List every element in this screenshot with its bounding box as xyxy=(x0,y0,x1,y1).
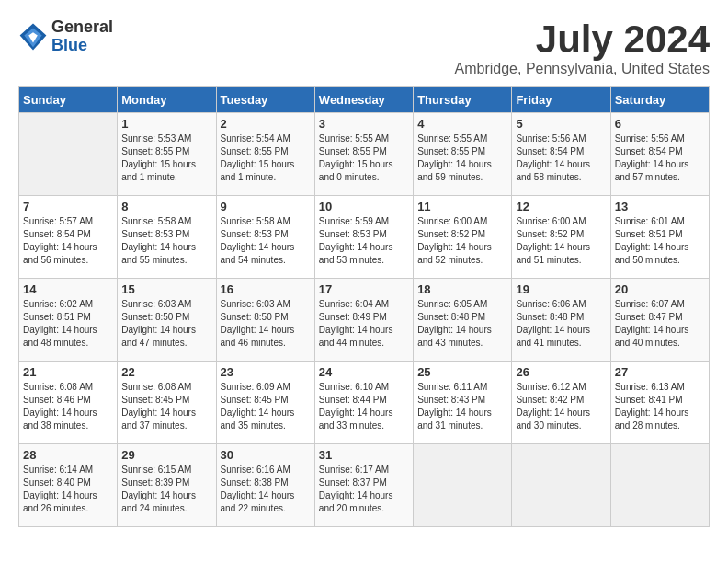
calendar-cell: 22Sunrise: 6:08 AM Sunset: 8:45 PM Dayli… xyxy=(118,362,216,444)
day-info: Sunrise: 6:17 AM Sunset: 8:37 PM Dayligh… xyxy=(319,464,409,515)
day-info: Sunrise: 5:58 AM Sunset: 8:53 PM Dayligh… xyxy=(221,215,311,267)
day-info: Sunrise: 5:57 AM Sunset: 8:54 PM Dayligh… xyxy=(23,215,113,267)
calendar-table: SundayMondayTuesdayWednesdayThursdayFrid… xyxy=(18,86,710,527)
day-number: 21 xyxy=(23,365,113,379)
day-number: 25 xyxy=(417,365,507,379)
logo-text: General Blue xyxy=(51,18,113,55)
day-number: 6 xyxy=(615,117,705,131)
day-number: 5 xyxy=(516,117,606,131)
calendar-cell: 11Sunrise: 6:00 AM Sunset: 8:52 PM Dayli… xyxy=(414,196,512,279)
page-header: General Blue July 2024 Ambridge, Pennsyl… xyxy=(18,18,710,77)
day-number: 23 xyxy=(221,365,311,379)
header-friday: Friday xyxy=(512,87,610,113)
calendar-cell: 18Sunrise: 6:05 AM Sunset: 8:48 PM Dayli… xyxy=(414,279,512,362)
day-number: 4 xyxy=(417,117,507,131)
day-info: Sunrise: 5:55 AM Sunset: 8:55 PM Dayligh… xyxy=(319,132,409,184)
calendar-week-row: 21Sunrise: 6:08 AM Sunset: 8:46 PM Dayli… xyxy=(19,362,710,444)
day-number: 2 xyxy=(221,117,311,131)
day-info: Sunrise: 6:16 AM Sunset: 8:38 PM Dayligh… xyxy=(221,464,311,515)
day-number: 13 xyxy=(615,200,705,213)
day-info: Sunrise: 6:02 AM Sunset: 8:51 PM Dayligh… xyxy=(23,298,113,350)
day-info: Sunrise: 5:55 AM Sunset: 8:55 PM Dayligh… xyxy=(417,132,507,184)
subtitle: Ambridge, Pennsylvania, United States xyxy=(455,61,710,77)
calendar-cell xyxy=(414,444,512,527)
day-info: Sunrise: 5:56 AM Sunset: 8:54 PM Dayligh… xyxy=(615,132,705,184)
day-number: 17 xyxy=(319,282,409,296)
calendar-cell: 17Sunrise: 6:04 AM Sunset: 8:49 PM Dayli… xyxy=(314,279,413,362)
header-saturday: Saturday xyxy=(610,87,709,113)
calendar-cell: 20Sunrise: 6:07 AM Sunset: 8:47 PM Dayli… xyxy=(610,279,709,362)
calendar-cell: 14Sunrise: 6:02 AM Sunset: 8:51 PM Dayli… xyxy=(19,279,118,362)
day-number: 10 xyxy=(319,200,409,213)
calendar-cell: 1Sunrise: 5:53 AM Sunset: 8:55 PM Daylig… xyxy=(118,113,216,196)
day-number: 9 xyxy=(221,200,311,213)
day-info: Sunrise: 5:59 AM Sunset: 8:53 PM Dayligh… xyxy=(319,215,409,267)
day-number: 20 xyxy=(615,282,705,296)
day-info: Sunrise: 6:04 AM Sunset: 8:49 PM Dayligh… xyxy=(319,298,409,350)
calendar-cell: 26Sunrise: 6:12 AM Sunset: 8:42 PM Dayli… xyxy=(512,362,610,444)
calendar-cell: 2Sunrise: 5:54 AM Sunset: 8:55 PM Daylig… xyxy=(216,113,314,196)
calendar-cell: 30Sunrise: 6:16 AM Sunset: 8:38 PM Dayli… xyxy=(216,444,314,527)
day-info: Sunrise: 6:15 AM Sunset: 8:39 PM Dayligh… xyxy=(121,464,211,515)
title-block: July 2024 Ambridge, Pennsylvania, United… xyxy=(455,18,710,77)
calendar-cell: 23Sunrise: 6:09 AM Sunset: 8:45 PM Dayli… xyxy=(216,362,314,444)
day-info: Sunrise: 5:53 AM Sunset: 8:55 PM Dayligh… xyxy=(121,132,211,184)
day-info: Sunrise: 6:01 AM Sunset: 8:51 PM Dayligh… xyxy=(615,215,705,267)
calendar-cell: 28Sunrise: 6:14 AM Sunset: 8:40 PM Dayli… xyxy=(19,444,118,527)
calendar-cell: 21Sunrise: 6:08 AM Sunset: 8:46 PM Dayli… xyxy=(19,362,118,444)
day-info: Sunrise: 6:11 AM Sunset: 8:43 PM Dayligh… xyxy=(417,381,507,432)
calendar-body: 1Sunrise: 5:53 AM Sunset: 8:55 PM Daylig… xyxy=(19,113,710,527)
day-info: Sunrise: 6:10 AM Sunset: 8:44 PM Dayligh… xyxy=(319,381,409,432)
day-info: Sunrise: 6:08 AM Sunset: 8:45 PM Dayligh… xyxy=(121,381,211,432)
logo-general: General xyxy=(51,18,113,37)
calendar-cell: 31Sunrise: 6:17 AM Sunset: 8:37 PM Dayli… xyxy=(314,444,413,527)
day-number: 14 xyxy=(23,282,113,296)
day-number: 15 xyxy=(121,282,211,296)
calendar-week-row: 7Sunrise: 5:57 AM Sunset: 8:54 PM Daylig… xyxy=(19,196,710,279)
day-number: 22 xyxy=(121,365,211,379)
header-sunday: Sunday xyxy=(19,87,118,113)
calendar-cell: 19Sunrise: 6:06 AM Sunset: 8:48 PM Dayli… xyxy=(512,279,610,362)
day-info: Sunrise: 6:05 AM Sunset: 8:48 PM Dayligh… xyxy=(417,298,507,350)
day-info: Sunrise: 5:54 AM Sunset: 8:55 PM Dayligh… xyxy=(221,132,311,184)
day-info: Sunrise: 6:03 AM Sunset: 8:50 PM Dayligh… xyxy=(221,298,311,350)
day-number: 28 xyxy=(23,448,113,462)
header-tuesday: Tuesday xyxy=(216,87,314,113)
calendar-cell: 24Sunrise: 6:10 AM Sunset: 8:44 PM Dayli… xyxy=(314,362,413,444)
calendar-cell xyxy=(512,444,610,527)
calendar-week-row: 1Sunrise: 5:53 AM Sunset: 8:55 PM Daylig… xyxy=(19,113,710,196)
logo: General Blue xyxy=(18,18,113,55)
day-info: Sunrise: 6:12 AM Sunset: 8:42 PM Dayligh… xyxy=(516,381,606,432)
calendar-cell: 10Sunrise: 5:59 AM Sunset: 8:53 PM Dayli… xyxy=(314,196,413,279)
day-number: 3 xyxy=(319,117,409,131)
day-number: 16 xyxy=(221,282,311,296)
day-number: 24 xyxy=(319,365,409,379)
calendar-cell: 3Sunrise: 5:55 AM Sunset: 8:55 PM Daylig… xyxy=(314,113,413,196)
day-info: Sunrise: 6:03 AM Sunset: 8:50 PM Dayligh… xyxy=(121,298,211,350)
calendar-cell: 12Sunrise: 6:00 AM Sunset: 8:52 PM Dayli… xyxy=(512,196,610,279)
calendar-cell: 4Sunrise: 5:55 AM Sunset: 8:55 PM Daylig… xyxy=(414,113,512,196)
calendar-cell: 16Sunrise: 6:03 AM Sunset: 8:50 PM Dayli… xyxy=(216,279,314,362)
header-monday: Monday xyxy=(118,87,216,113)
calendar-cell xyxy=(19,113,118,196)
calendar-cell: 8Sunrise: 5:58 AM Sunset: 8:53 PM Daylig… xyxy=(118,196,216,279)
header-thursday: Thursday xyxy=(414,87,512,113)
header-wednesday: Wednesday xyxy=(314,87,413,113)
day-info: Sunrise: 6:07 AM Sunset: 8:47 PM Dayligh… xyxy=(615,298,705,350)
day-info: Sunrise: 6:00 AM Sunset: 8:52 PM Dayligh… xyxy=(417,215,507,267)
main-title: July 2024 xyxy=(455,18,710,61)
day-info: Sunrise: 6:00 AM Sunset: 8:52 PM Dayligh… xyxy=(516,215,606,267)
calendar-cell xyxy=(610,444,709,527)
logo-icon xyxy=(18,22,48,52)
day-number: 11 xyxy=(417,200,507,213)
calendar-cell: 29Sunrise: 6:15 AM Sunset: 8:39 PM Dayli… xyxy=(118,444,216,527)
calendar-cell: 9Sunrise: 5:58 AM Sunset: 8:53 PM Daylig… xyxy=(216,196,314,279)
day-number: 19 xyxy=(516,282,606,296)
day-number: 7 xyxy=(23,200,113,213)
day-info: Sunrise: 6:13 AM Sunset: 8:41 PM Dayligh… xyxy=(615,381,705,432)
day-number: 26 xyxy=(516,365,606,379)
day-info: Sunrise: 6:06 AM Sunset: 8:48 PM Dayligh… xyxy=(516,298,606,350)
logo-blue: Blue xyxy=(51,37,113,55)
calendar-cell: 6Sunrise: 5:56 AM Sunset: 8:54 PM Daylig… xyxy=(610,113,709,196)
calendar-cell: 25Sunrise: 6:11 AM Sunset: 8:43 PM Dayli… xyxy=(414,362,512,444)
